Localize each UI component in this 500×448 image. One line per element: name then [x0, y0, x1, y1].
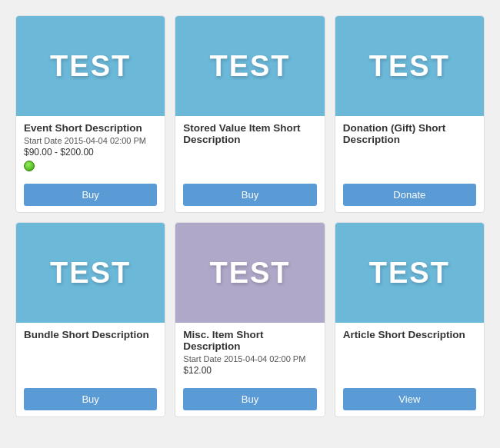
product-grid: TESTEvent Short DescriptionStart Date 20… — [8, 8, 492, 425]
card-button-stored-value[interactable]: Buy — [183, 184, 316, 206]
card-body-stored-value: Stored Value Item Short Description — [175, 116, 324, 179]
card-title-misc: Misc. Item Short Description — [183, 329, 316, 352]
card-body-bundle: Bundle Short Description — [16, 323, 165, 383]
card-body-article: Article Short Description — [335, 323, 484, 383]
card-stored-value: TESTStored Value Item Short DescriptionB… — [175, 15, 325, 213]
card-article: TESTArticle Short DescriptionView — [335, 222, 485, 417]
card-dot-row-event — [24, 161, 157, 171]
card-footer-misc: Buy — [175, 383, 324, 416]
card-image-text-donation: TEST — [369, 50, 450, 83]
card-title-stored-value: Stored Value Item Short Description — [183, 122, 316, 145]
card-event: TESTEvent Short DescriptionStart Date 20… — [15, 15, 165, 213]
availability-dot-event — [24, 161, 35, 171]
card-image-text-bundle: TEST — [50, 257, 131, 290]
card-footer-bundle: Buy — [16, 383, 165, 416]
card-image-article: TEST — [335, 223, 484, 323]
card-image-stored-value: TEST — [175, 16, 324, 116]
card-image-bundle: TEST — [16, 223, 165, 323]
card-button-article[interactable]: View — [343, 388, 476, 410]
card-button-bundle[interactable]: Buy — [24, 388, 157, 410]
card-footer-article: View — [335, 383, 484, 416]
card-button-misc[interactable]: Buy — [183, 388, 316, 410]
card-title-article: Article Short Description — [343, 329, 476, 340]
card-price-misc: $12.00 — [183, 365, 316, 376]
card-image-text-article: TEST — [369, 257, 450, 290]
card-button-event[interactable]: Buy — [24, 184, 157, 206]
card-misc: TESTMisc. Item Short DescriptionStart Da… — [175, 222, 325, 417]
card-button-donation[interactable]: Donate — [343, 184, 476, 206]
card-title-donation: Donation (Gift) Short Description — [343, 122, 476, 145]
card-image-text-misc: TEST — [209, 257, 290, 290]
card-title-bundle: Bundle Short Description — [24, 329, 157, 340]
card-body-donation: Donation (Gift) Short Description — [335, 116, 484, 179]
card-footer-event: Buy — [16, 179, 165, 212]
card-price-event: $90.00 - $200.00 — [24, 147, 157, 158]
card-title-event: Event Short Description — [24, 122, 157, 134]
card-footer-donation: Donate — [335, 179, 484, 212]
card-bundle: TESTBundle Short DescriptionBuy — [15, 222, 165, 417]
card-footer-stored-value: Buy — [175, 179, 324, 212]
card-meta-event: Start Date 2015-04-04 02:00 PM — [24, 136, 157, 145]
card-image-text-event: TEST — [50, 50, 131, 83]
card-image-text-stored-value: TEST — [209, 50, 290, 83]
card-body-misc: Misc. Item Short DescriptionStart Date 2… — [175, 323, 324, 383]
card-body-event: Event Short DescriptionStart Date 2015-0… — [16, 116, 165, 179]
card-meta-misc: Start Date 2015-04-04 02:00 PM — [183, 354, 316, 363]
card-image-misc: TEST — [175, 223, 324, 323]
card-image-donation: TEST — [335, 16, 484, 116]
card-image-event: TEST — [16, 16, 165, 116]
card-donation: TESTDonation (Gift) Short DescriptionDon… — [335, 15, 485, 213]
